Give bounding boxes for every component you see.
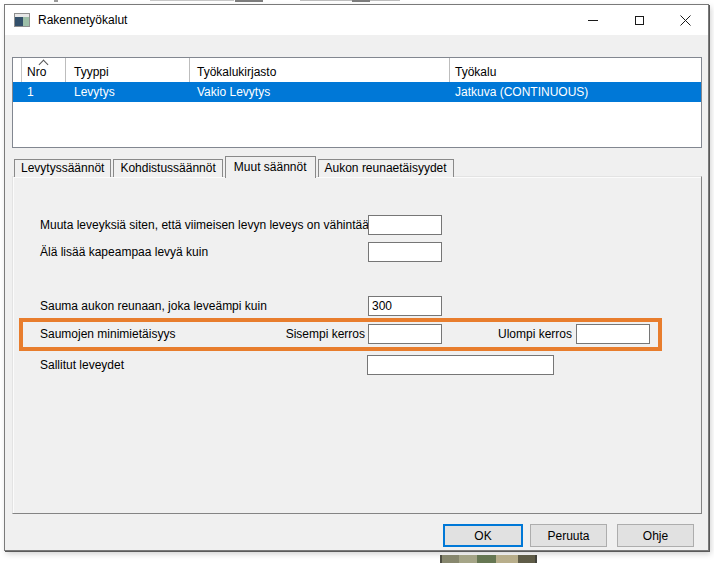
window-title: Rakennetyökalut xyxy=(38,13,127,27)
tab-aukon-reunaetaisyydet[interactable]: Aukon reunaetäisyydet xyxy=(318,159,454,177)
table-row-selected[interactable]: 1 Levytys Vakio Levytys Jatkuva (CONTINU… xyxy=(13,82,701,102)
inner-layer-input[interactable] xyxy=(368,324,442,344)
ok-button[interactable]: OK xyxy=(443,524,523,547)
tab-kohdistussaannot[interactable]: Kohdistussäännöt xyxy=(113,159,222,177)
seam-opening-label: Sauma aukon reunaan, joka leveämpi kuin xyxy=(40,299,267,313)
min-last-width-label: Muuta leveyksiä siten, että viimeisen le… xyxy=(40,218,376,232)
maximize-button[interactable] xyxy=(616,5,662,35)
column-header-tyokalukirjasto[interactable]: Työkalukirjasto xyxy=(190,58,450,82)
column-header-tyyppi[interactable]: Tyyppi xyxy=(66,58,190,82)
seam-min-distance-label: Saumojen minimietäisyys xyxy=(40,327,175,341)
tab-strip: Levytyssäännöt Kohdistussäännöt Muut sää… xyxy=(14,155,456,177)
dialog-rakennetyokalut: Rakennetyökalut Nro Tyyppi Työkalukirjas… xyxy=(4,4,709,551)
tab-muut-saannot[interactable]: Muut säännöt xyxy=(225,156,316,178)
background-speck xyxy=(352,0,370,2)
background-speck xyxy=(235,0,263,2)
app-icon xyxy=(14,13,30,27)
row-cell-tyokalukirjasto: Vakio Levytys xyxy=(190,82,450,102)
column-header-indent xyxy=(13,58,22,82)
outer-layer-input[interactable] xyxy=(576,324,650,344)
minimize-button[interactable] xyxy=(570,5,616,35)
row-cell-tyokalu: Jatkuva (CONTINUOUS) xyxy=(450,82,701,102)
help-button[interactable]: Ohje xyxy=(617,524,694,547)
title-bar[interactable]: Rakennetyökalut xyxy=(5,5,708,35)
no-narrower-input[interactable] xyxy=(368,242,442,262)
cancel-button[interactable]: Peruuta xyxy=(530,524,607,547)
tab-panel-muut-saannot: Muuta leveyksiä siten, että viimeisen le… xyxy=(12,176,702,514)
tool-list-header: Nro Tyyppi Työkalukirjasto Työkalu xyxy=(13,58,701,82)
tab-levytyssaannot[interactable]: Levytyssäännöt xyxy=(14,159,111,177)
row-cell-tyyppi: Levytys xyxy=(66,82,190,102)
background-speck xyxy=(300,0,400,1)
column-header-tyokalu[interactable]: Työkalu xyxy=(450,58,701,82)
maximize-icon xyxy=(635,16,644,25)
inner-layer-label: Sisempi kerros xyxy=(243,327,365,341)
background-speck xyxy=(54,0,58,2)
tool-list: Nro Tyyppi Työkalukirjasto Työkalu 1 Lev… xyxy=(12,57,702,148)
background-app-sliver xyxy=(440,555,537,563)
background-speck xyxy=(150,0,234,1)
close-button[interactable] xyxy=(662,5,708,35)
min-last-width-input[interactable] xyxy=(368,215,442,235)
seam-opening-input[interactable] xyxy=(368,296,442,316)
allowed-widths-input[interactable] xyxy=(367,355,554,375)
no-narrower-label: Älä lisää kapeampaa levyä kuin xyxy=(40,245,208,259)
minimize-icon xyxy=(588,20,598,21)
outer-layer-label: Ulompi kerros xyxy=(453,327,572,341)
row-cell-nro: 1 xyxy=(22,82,66,102)
allowed-widths-label: Sallitut leveydet xyxy=(40,358,124,372)
caption-buttons xyxy=(570,5,708,35)
close-icon xyxy=(680,15,691,26)
row-indent xyxy=(13,82,22,102)
